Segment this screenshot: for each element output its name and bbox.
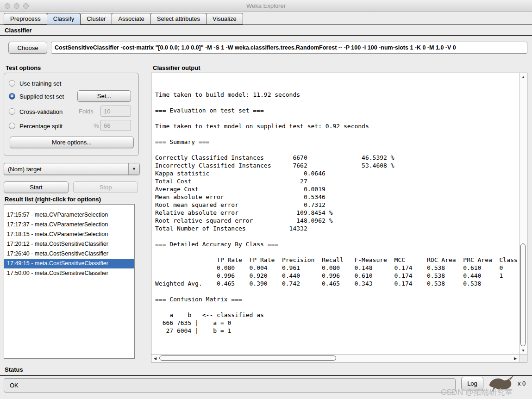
folds-label: Folds	[79, 108, 94, 115]
scroll-left-icon[interactable]: ◀	[151, 355, 159, 362]
use-training-set-option[interactable]: Use training set	[9, 79, 61, 87]
window-title: Weka Explorer	[0, 2, 532, 9]
title-bar: Weka Explorer	[0, 0, 532, 12]
tab-preprocess[interactable]: Preprocess	[4, 13, 47, 25]
supplied-test-set-radio[interactable]	[9, 93, 15, 100]
test-options-group: Use training set Supplied test set Set..…	[4, 73, 139, 156]
class-attribute-combobox[interactable]: (Nom) target ▼	[4, 163, 140, 175]
vertical-scrollbar-thumb[interactable]	[520, 243, 526, 346]
result-list-item[interactable]: 17:26:40 - meta.CostSensitiveClassifier	[4, 249, 134, 259]
classifier-section-title: Classifier	[5, 27, 32, 34]
cross-validation-option[interactable]: Cross-validation	[9, 107, 63, 116]
scrollbar-corner	[519, 354, 527, 362]
percentage-split-label: Percentage split	[19, 123, 63, 130]
result-list-title: Result list (right-click for options)	[5, 196, 101, 203]
supplied-test-set-option[interactable]: Supplied test set	[9, 92, 64, 100]
percent-label: %	[94, 122, 99, 129]
horizontal-scrollbar[interactable]: ◀ ▶	[151, 354, 519, 362]
more-options-button[interactable]: More options...	[10, 137, 134, 148]
weka-run-counter: x 0	[518, 380, 526, 387]
cross-validation-radio[interactable]	[9, 108, 15, 115]
start-button[interactable]: Start	[4, 181, 69, 193]
classifier-command-field[interactable]: CostSensitiveClassifier -cost-matrix "[0…	[51, 42, 527, 54]
set-test-set-button[interactable]: Set...	[77, 90, 131, 102]
scroll-down-icon[interactable]: ▼	[519, 347, 527, 354]
status-bar: OK	[4, 378, 456, 393]
result-list-item[interactable]: 17:18:15 - meta.CVParameterSelection	[4, 230, 134, 239]
result-list: 17:15:57 - meta.CVParameterSelection 17:…	[4, 204, 135, 359]
watermark-text: CSDN @拓端研究室	[441, 387, 513, 398]
tab-associate[interactable]: Associate	[112, 13, 150, 25]
folds-input: 10	[100, 106, 131, 117]
scroll-up-icon[interactable]: ▲	[519, 73, 527, 81]
stop-button: Stop	[73, 181, 138, 193]
result-list-item[interactable]: 17:17:37 - meta.CVParameterSelection	[4, 220, 134, 230]
classifier-divider	[0, 35, 532, 36]
tab-visualize[interactable]: Visualize	[206, 13, 243, 25]
horizontal-scrollbar-thumb[interactable]	[159, 355, 336, 361]
classifier-output-area[interactable]: Time taken to build model: 11.92 seconds…	[151, 73, 527, 362]
tab-bar: Preprocess Classify Cluster Associate Se…	[4, 13, 243, 25]
tab-classify[interactable]: Classify	[47, 13, 81, 25]
cross-validation-label: Cross-validation	[19, 108, 63, 115]
result-list-item[interactable]: 17:50:00 - meta.CostSensitiveClassifier	[4, 268, 134, 278]
status-text: OK	[10, 382, 19, 389]
tab-select-attributes[interactable]: Select attributes	[150, 13, 207, 25]
percentage-split-input: 66	[100, 120, 131, 131]
supplied-test-set-label: Supplied test set	[19, 93, 64, 100]
scroll-right-icon[interactable]: ▶	[512, 355, 519, 362]
chevron-down-icon[interactable]: ▼	[128, 163, 139, 175]
test-options-title: Test options	[6, 64, 41, 71]
class-attribute-value: (Nom) target	[4, 166, 128, 173]
result-list-item[interactable]: 17:20:12 - meta.CostSensitiveClassifier	[4, 239, 134, 249]
percentage-split-radio[interactable]	[9, 123, 15, 129]
use-training-set-label: Use training set	[19, 80, 61, 87]
result-list-item[interactable]: 17:15:57 - meta.CVParameterSelection	[4, 210, 134, 220]
classifier-output-text[interactable]: Time taken to build model: 11.92 seconds…	[155, 91, 518, 353]
status-section-title: Status	[5, 366, 23, 373]
result-list-item-selected[interactable]: 17:49:15 - meta.CostSensitiveClassifier	[4, 259, 134, 268]
choose-classifier-button[interactable]: Choose	[8, 42, 47, 54]
vertical-scrollbar[interactable]: ▲ ▼	[519, 73, 527, 354]
status-divider	[0, 375, 532, 376]
tab-cluster[interactable]: Cluster	[80, 13, 112, 25]
percentage-split-option[interactable]: Percentage split	[9, 122, 63, 130]
use-training-set-radio[interactable]	[9, 80, 15, 87]
classifier-output-title: Classifier output	[153, 64, 200, 71]
